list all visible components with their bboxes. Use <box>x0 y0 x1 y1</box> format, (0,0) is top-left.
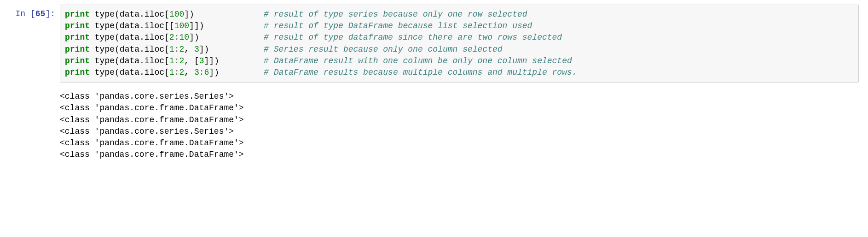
prompt-suffix: ]: <box>45 9 55 18</box>
code-text: ]) <box>184 10 194 19</box>
code-comment: # result of type series because only one… <box>264 9 527 20</box>
code-text: type(data.iloc[ <box>90 10 169 19</box>
code-args: 2:10 <box>169 33 189 42</box>
code-line: print type(data.iloc[1:2, 3:6])# DataFra… <box>65 67 854 78</box>
code-text: ]) <box>199 45 209 54</box>
code-text: ]) <box>209 56 219 65</box>
code-args: 100 <box>169 10 184 19</box>
code-text: type(data.iloc[ <box>90 33 169 42</box>
code-line: print type(data.iloc[2:10])# result of t… <box>65 32 854 43</box>
output-line: <class 'pandas.core.frame.DataFrame'> <box>60 102 854 114</box>
output-line: <class 'pandas.core.frame.DataFrame'> <box>60 137 854 149</box>
code-text: type(data.iloc[ <box>90 45 169 54</box>
code-comment: # result of type dataframe since there a… <box>264 32 562 43</box>
output-line: <class 'pandas.core.frame.DataFrame'> <box>60 114 854 126</box>
output-line: <class 'pandas.core.series.Series'> <box>60 126 854 137</box>
output-cell: <class 'pandas.core.series.Series'> <cla… <box>9 87 859 160</box>
keyword-print: print <box>65 56 90 65</box>
code-comment: # Series result because only one column … <box>264 44 502 55</box>
input-prompt: In [65]: <box>9 5 60 83</box>
keyword-print: print <box>65 21 90 30</box>
code-input-area[interactable]: print type(data.iloc[100])# result of ty… <box>60 5 859 83</box>
code-comment: # DataFrame result with one column be on… <box>264 55 572 67</box>
code-line: print type(data.iloc[1:2, 3])# Series re… <box>65 44 854 55</box>
code-args: 1:2, 3:6 <box>169 68 209 77</box>
code-text: ]]) <box>189 21 204 30</box>
output-line: <class 'pandas.core.series.Series'> <box>60 91 854 102</box>
output-line: <class 'pandas.core.frame.DataFrame'> <box>60 149 854 160</box>
prompt-number: 65 <box>35 9 46 18</box>
keyword-print: print <box>65 68 90 77</box>
code-args: 1:2, [3] <box>169 56 209 65</box>
code-args: 100 <box>174 21 189 30</box>
code-line: print type(data.iloc[1:2, [3]])# DataFra… <box>65 55 854 67</box>
code-line: print type(data.iloc[[100]])# result of … <box>65 20 854 32</box>
code-line: print type(data.iloc[100])# result of ty… <box>65 9 854 20</box>
code-args: 1:2, 3 <box>169 45 199 54</box>
code-text: ]) <box>189 33 199 42</box>
code-cell: In [65]: print type(data.iloc[100])# res… <box>9 5 859 83</box>
code-comment: # DataFrame results because multiple col… <box>264 67 577 78</box>
keyword-print: print <box>65 10 90 19</box>
prompt-in-label: In [ <box>16 9 35 18</box>
keyword-print: print <box>65 33 90 42</box>
code-comment: # result of type DataFrame because list … <box>264 20 532 32</box>
code-text: ]) <box>209 68 219 77</box>
output-area: <class 'pandas.core.series.Series'> <cla… <box>60 87 859 160</box>
keyword-print: print <box>65 45 90 54</box>
code-text: type(data.iloc[ <box>90 68 169 77</box>
code-text: type(data.iloc[ <box>90 56 169 65</box>
output-prompt-spacer <box>9 87 60 160</box>
code-text: type(data.iloc[[ <box>90 21 174 30</box>
